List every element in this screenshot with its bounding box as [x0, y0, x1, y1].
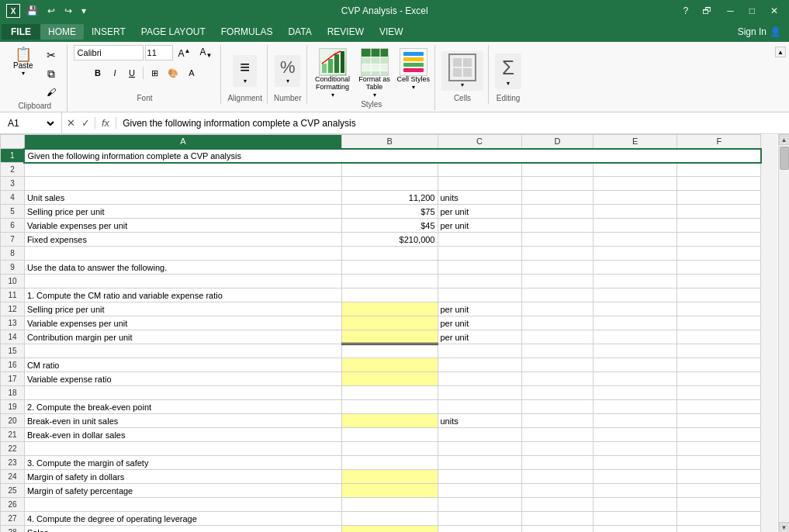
ribbon-collapse-btn[interactable]: ▲: [775, 47, 786, 57]
cell-A1[interactable]: Given the following information complete…: [24, 149, 760, 163]
font-name-input[interactable]: [74, 45, 144, 60]
col-header-D[interactable]: D: [521, 135, 593, 149]
number-group: % ▾ Number: [269, 45, 307, 104]
menu-home[interactable]: HOME: [40, 24, 84, 40]
save-quick-btn[interactable]: 💾: [23, 4, 41, 18]
editing-btn[interactable]: Σ ▾: [495, 54, 521, 89]
ribbon-collapse-area: ▲: [775, 45, 786, 57]
close-btn[interactable]: ✕: [766, 4, 783, 18]
undo-btn[interactable]: ↩: [44, 4, 58, 18]
fill-color-btn[interactable]: 🎨: [164, 65, 182, 81]
alignment-group: ≡ ▾ Alignment: [223, 45, 267, 104]
cell-B14[interactable]: [342, 330, 438, 344]
number-btn[interactable]: % ▾: [275, 55, 301, 87]
cells-icon: [448, 54, 476, 81]
app-title: CVP Analysis - Excel: [89, 5, 680, 16]
cut-btn[interactable]: ✂: [40, 47, 62, 64]
row-num-2: 2: [1, 163, 25, 177]
paste-area: 📋 Paste ▾ ✂ ⧉ 🖌: [8, 45, 62, 100]
alignment-label: Alignment: [227, 92, 261, 104]
border-btn[interactable]: ⊞: [147, 65, 162, 81]
cell-B25[interactable]: [342, 484, 438, 498]
restore-btn[interactable]: 🗗: [697, 4, 716, 18]
font-shrink-btn[interactable]: A▼: [196, 45, 216, 60]
col-header-E[interactable]: E: [593, 135, 677, 149]
ribbon: 📋 Paste ▾ ✂ ⧉ 🖌 Clipboard A▲ A▼ B I U ⊞: [0, 42, 789, 112]
table-row: 15: [1, 344, 778, 358]
sigma-icon: Σ: [502, 56, 514, 80]
minimize-btn[interactable]: ─: [722, 4, 739, 18]
cell-B12[interactable]: [342, 302, 438, 316]
format-table-btn[interactable]: Format as Table ▾: [355, 48, 394, 98]
cell-B13[interactable]: [342, 316, 438, 330]
cell-ref-select[interactable]: A1: [5, 117, 57, 130]
maximize-btn[interactable]: □: [745, 4, 760, 18]
redo-btn[interactable]: ↪: [61, 4, 75, 18]
col-header-A[interactable]: A: [24, 135, 341, 149]
col-header-F[interactable]: F: [677, 135, 761, 149]
spreadsheet-main: A B C D E F 1 Given the following inform…: [0, 134, 778, 532]
underline-btn[interactable]: U: [124, 65, 140, 81]
sign-in[interactable]: Sign In 👤: [732, 24, 787, 40]
table-row: 22: [1, 442, 778, 456]
menu-insert[interactable]: INSERT: [84, 24, 133, 40]
table-row: 25 Margin of safety percentage: [1, 484, 778, 498]
svg-rect-2: [328, 59, 333, 73]
formula-icons: ✕ ✓: [62, 117, 95, 129]
menu-review[interactable]: REVIEW: [320, 24, 372, 40]
row-num-3: 3: [1, 177, 25, 191]
italic-btn[interactable]: I: [107, 65, 123, 81]
table-row: 8: [1, 247, 778, 261]
table-row: 23 3. Compute the margin of safety: [1, 456, 778, 470]
bold-btn[interactable]: B: [90, 65, 106, 81]
table-row: 24 Margin of safety in dollars: [1, 470, 778, 484]
format-table-label: Format as Table: [355, 76, 394, 92]
menu-data[interactable]: DATA: [280, 24, 319, 40]
table-row: 19 2. Compute the break-even point: [1, 400, 778, 414]
scroll-thumb[interactable]: [780, 147, 789, 170]
help-btn[interactable]: ?: [680, 4, 692, 18]
table-row: 9 Use the data to answer the following.: [1, 261, 778, 275]
col-header-C[interactable]: C: [438, 135, 521, 149]
cells-group: ▾ Cells: [437, 45, 489, 104]
formula-fx: fx: [95, 117, 116, 129]
scroll-up-btn[interactable]: ▲: [779, 134, 790, 145]
cell-B16[interactable]: [342, 358, 438, 372]
editing-dropdown: ▾: [507, 80, 510, 87]
formula-input[interactable]: [116, 118, 789, 129]
cancel-formula-btn[interactable]: ✕: [65, 117, 77, 129]
table-row: 12 Selling price per unit per unit: [1, 302, 778, 316]
col-header-B[interactable]: B: [342, 135, 438, 149]
format-painter-btn[interactable]: 🖌: [40, 85, 62, 100]
menu-file[interactable]: FILE: [2, 24, 40, 40]
paste-btn[interactable]: 📋 Paste ▾: [8, 45, 39, 79]
confirm-formula-btn[interactable]: ✓: [80, 117, 92, 129]
cells-btn[interactable]: ▾: [441, 51, 483, 91]
cell-B28[interactable]: [342, 526, 438, 533]
cell-styles-btn[interactable]: Cell Styles ▾: [397, 48, 431, 91]
copy-btn[interactable]: ⧉: [40, 65, 62, 83]
cell-ref-box: A1: [0, 112, 62, 133]
alignment-btn[interactable]: ≡ ▾: [233, 55, 257, 87]
vertical-scrollbar[interactable]: ▲ ▼: [778, 134, 789, 532]
menu-formulas[interactable]: FORMULAS: [213, 24, 281, 40]
cell-A2[interactable]: [24, 163, 341, 177]
font-grow-btn[interactable]: A▲: [175, 45, 195, 60]
font-size-input[interactable]: [145, 45, 173, 60]
cell-B20[interactable]: [342, 414, 438, 428]
table-row: 7 Fixed expenses $210,000: [1, 233, 778, 247]
alignment-icon: ≡: [240, 57, 250, 78]
menu-page-layout[interactable]: PAGE LAYOUT: [133, 24, 213, 40]
font-color-btn[interactable]: A: [184, 65, 199, 81]
table-row: 4 Unit sales 11,200 units: [1, 191, 778, 205]
cell-styles-label: Cell Styles: [397, 76, 431, 84]
table-row: 10: [1, 275, 778, 288]
conditional-formatting-btn[interactable]: Conditional Formatting ▾: [313, 48, 352, 98]
scroll-down-btn[interactable]: ▼: [779, 522, 790, 532]
cell-B17[interactable]: [342, 372, 438, 386]
cell-B24[interactable]: [342, 470, 438, 484]
menu-view[interactable]: VIEW: [372, 24, 411, 40]
cell-styles-icon: [400, 48, 427, 76]
scroll-track[interactable]: [779, 145, 789, 522]
customize-quick-btn[interactable]: ▾: [78, 4, 89, 18]
